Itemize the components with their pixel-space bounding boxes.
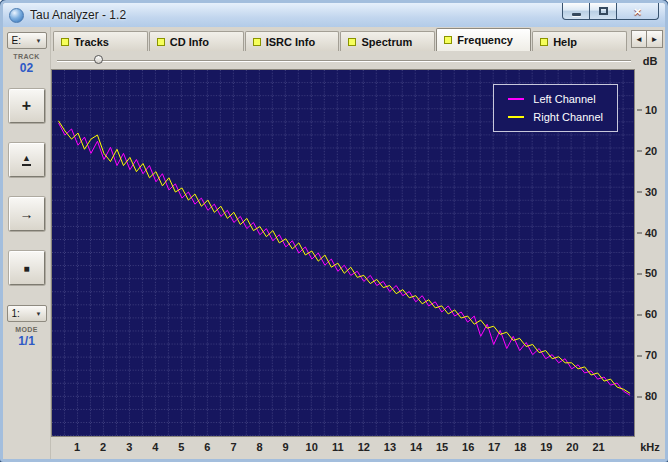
close-icon: × — [634, 5, 642, 18]
arrow-left-icon: ◄ — [635, 35, 643, 44]
y-tick-label: 10 — [637, 104, 657, 115]
minimize-button[interactable] — [562, 3, 590, 20]
maximize-button[interactable] — [590, 3, 617, 20]
sidebar: E: ▼ TRACK 02 + ▲ → ■ 1: ▼ MODE 1/1 — [3, 27, 51, 459]
x-tick-label: 9 — [283, 441, 289, 453]
window-controls: × — [562, 3, 659, 20]
mode-group: 1: ▼ MODE 1/1 — [7, 303, 47, 348]
x-tick-label: 6 — [204, 441, 210, 453]
tab-scroll-left-button[interactable]: ◄ — [631, 30, 647, 48]
x-axis: 123456789101112131415161718192021 — [51, 437, 635, 459]
app-window: Tau Analyzer - 1.2 × E: ▼ TRACK 02 + ▲ →… — [0, 0, 668, 462]
tab-label: CD Info — [170, 36, 209, 48]
y-axis: 1020304050607080 — [635, 69, 665, 437]
x-tick-label: 1 — [74, 441, 80, 453]
legend-swatch-right — [508, 116, 524, 118]
x-axis-unit-label: kHz — [635, 437, 665, 459]
x-tick-label: 16 — [462, 441, 474, 453]
y-tick-label: 60 — [637, 309, 657, 320]
window-title: Tau Analyzer - 1.2 — [30, 8, 126, 22]
next-button[interactable]: → — [9, 197, 45, 231]
tab-label: ISRC Info — [266, 36, 316, 48]
mode-select-value: 1: — [12, 308, 20, 319]
tab-scroll-buttons: ◄ ► — [631, 30, 663, 48]
x-tick-label: 18 — [514, 441, 526, 453]
chevron-down-icon: ▼ — [36, 38, 42, 44]
x-tick-label: 5 — [178, 441, 184, 453]
y-axis-unit-label: dB — [635, 53, 665, 67]
maximize-icon — [599, 7, 608, 15]
app-icon — [9, 8, 24, 23]
tab-isrc-info[interactable]: ISRC Info — [245, 31, 340, 51]
slider-groove — [57, 60, 631, 62]
arrow-right-icon: ► — [651, 35, 659, 44]
stop-icon: ■ — [23, 263, 29, 274]
tab-label: Spectrum — [361, 36, 412, 48]
mode-select[interactable]: 1: ▼ — [7, 305, 47, 322]
mode-label: MODE — [15, 326, 38, 333]
tab-led-icon — [157, 38, 165, 46]
x-tick-label: 15 — [436, 441, 448, 453]
drive-select[interactable]: E: ▼ — [7, 32, 47, 49]
y-tick-label: 40 — [637, 227, 657, 238]
tab-led-icon — [348, 38, 356, 46]
titlebar[interactable]: Tau Analyzer - 1.2 × — [3, 3, 665, 27]
tab-tracks[interactable]: Tracks — [53, 31, 148, 51]
drive-select-value: E: — [12, 35, 21, 46]
position-slider[interactable] — [57, 51, 631, 69]
legend-item-right: Right Channel — [508, 111, 603, 123]
x-tick-label: 14 — [410, 441, 422, 453]
x-tick-label: 10 — [306, 441, 318, 453]
tab-help[interactable]: Help — [532, 31, 627, 51]
tab-led-icon — [540, 38, 548, 46]
plus-button[interactable]: + — [9, 89, 45, 123]
transport-controls: + ▲ → ■ — [9, 89, 45, 285]
legend-label: Left Channel — [533, 93, 595, 105]
mode-value: 1/1 — [18, 334, 35, 348]
position-slider-thumb[interactable] — [94, 55, 103, 64]
y-tick-label: 70 — [637, 350, 657, 361]
eject-button[interactable]: ▲ — [9, 143, 45, 177]
track-label: TRACK — [13, 53, 40, 60]
stop-button[interactable]: ■ — [9, 251, 45, 285]
tab-led-icon — [444, 36, 452, 44]
y-tick-label: 50 — [637, 268, 657, 279]
top-row: dB — [51, 51, 665, 69]
plus-icon: + — [22, 97, 31, 115]
x-tick-label: 11 — [332, 441, 344, 453]
y-tick-label: 20 — [637, 145, 657, 156]
tab-label: Help — [553, 36, 577, 48]
x-tick-label: 21 — [592, 441, 604, 453]
tab-bar: Tracks CD Info ISRC Info Spectrum Freque… — [51, 27, 665, 51]
x-tick-label: 17 — [488, 441, 500, 453]
legend-swatch-left — [508, 98, 524, 100]
x-tick-label: 3 — [126, 441, 132, 453]
x-tick-label: 4 — [152, 441, 158, 453]
tab-cd-info[interactable]: CD Info — [149, 31, 244, 51]
y-tick-label: 80 — [637, 391, 657, 402]
window-content: E: ▼ TRACK 02 + ▲ → ■ 1: ▼ MODE 1/1 — [3, 27, 665, 459]
frequency-panel: dB — [51, 51, 665, 459]
x-tick-label: 20 — [566, 441, 578, 453]
track-number: 02 — [20, 61, 33, 75]
main-column: Tracks CD Info ISRC Info Spectrum Freque… — [51, 27, 665, 459]
tab-spectrum[interactable]: Spectrum — [340, 31, 435, 51]
x-tick-label: 19 — [540, 441, 552, 453]
x-tick-label: 8 — [257, 441, 263, 453]
close-button[interactable]: × — [617, 3, 659, 20]
x-tick-label: 2 — [100, 441, 106, 453]
legend-label: Right Channel — [533, 111, 603, 123]
arrow-right-icon: → — [20, 206, 34, 222]
x-axis-row: 123456789101112131415161718192021 kHz — [51, 437, 665, 459]
x-tick-label: 13 — [384, 441, 396, 453]
minimize-icon — [572, 13, 581, 16]
chart-row: Left Channel Right Channel 1020304050607… — [51, 69, 665, 437]
tab-frequency[interactable]: Frequency — [436, 28, 531, 51]
eject-icon: ▲ — [22, 154, 31, 166]
tab-label: Frequency — [457, 34, 513, 46]
tab-scroll-right-button[interactable]: ► — [647, 30, 663, 48]
chevron-down-icon: ▼ — [36, 311, 42, 317]
x-tick-label: 12 — [358, 441, 370, 453]
y-tick-label: 30 — [637, 186, 657, 197]
chart-area: Left Channel Right Channel — [51, 69, 635, 437]
